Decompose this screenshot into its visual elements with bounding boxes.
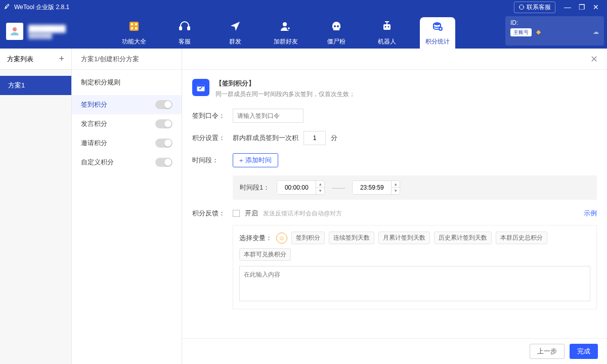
svg-point-16 (433, 22, 441, 25)
nav-label: 积分统计 (425, 37, 450, 46)
nav-service[interactable]: 客服 (167, 17, 202, 49)
sidebar-item-plan1[interactable]: 方案1 (0, 76, 71, 95)
spin-down[interactable]: ▼ (316, 188, 324, 194)
svg-point-9 (283, 22, 287, 26)
nav-points[interactable]: 积分统计 (420, 17, 455, 49)
svg-rect-13 (383, 24, 391, 30)
svg-rect-6 (135, 27, 137, 29)
rule-checkin[interactable]: 签到积分 (72, 95, 182, 114)
add-plan-button[interactable]: + (59, 54, 64, 64)
user-subtitle: ██████ (28, 32, 66, 38)
svg-point-15 (388, 26, 389, 27)
score-input[interactable] (304, 131, 326, 145)
feedback-hint: 发送反馈话术时会自动@对方 (263, 209, 342, 218)
feedback-textarea[interactable] (239, 266, 590, 301)
command-row: 签到口令： (192, 109, 597, 123)
toggle-invite[interactable] (155, 139, 172, 148)
info-desc: 同一群成员在同一时间段内多次签到，仅首次生效； (215, 90, 355, 99)
contact-support-label: 联系客服 (527, 3, 551, 12)
main-content: ✕ 【签到积分】 同一群成员在同一时间段内多次签到，仅首次生效； 签到口令： 积… (182, 49, 607, 364)
period-label: 时间段： (192, 156, 228, 165)
minimize-button[interactable]: — (560, 3, 575, 11)
close-panel-button[interactable]: ✕ (590, 54, 598, 65)
rule-label: 邀请积分 (81, 139, 107, 148)
avatar[interactable] (6, 23, 23, 40)
spin-up[interactable]: ▲ (316, 181, 324, 188)
panel-header: ✕ (182, 49, 607, 70)
var-chip[interactable]: 历史累计签到天数 (434, 232, 492, 244)
close-window-button[interactable]: ✕ (589, 3, 603, 11)
prev-button[interactable]: 上一步 (530, 344, 565, 359)
toggle-speak[interactable] (155, 119, 172, 128)
example-link[interactable]: 示例 (584, 209, 597, 218)
breadcrumb-text: 方案1/创建积分方案 (81, 55, 139, 64)
var-chip[interactable]: 本群可兑换积分 (239, 248, 291, 261)
svg-point-12 (337, 25, 339, 27)
score-row: 积分设置： 群内群成员签到一次积 分 (192, 131, 597, 145)
var-chip[interactable]: 本群历史总积分 (496, 232, 547, 244)
app-icon (4, 3, 11, 12)
svg-rect-2 (129, 22, 139, 31)
var-chip[interactable]: 月累计签到天数 (378, 232, 430, 244)
info-banner: 【签到积分】 同一群成员在同一时间段内多次签到，仅首次生效； (192, 79, 597, 99)
spin-down[interactable]: ▼ (392, 188, 400, 194)
toggle-checkin[interactable] (155, 100, 172, 109)
time-slot-1: 时间段1： ▲▼ —— ▲▼ (233, 175, 597, 200)
rules-panel: 方案1/创建积分方案 制定积分规则 签到积分 发言积分 邀请积分 自定义积分 (72, 49, 182, 364)
contact-support-button[interactable]: 联系客服 (514, 2, 555, 13)
user-name: ████████ (28, 25, 66, 32)
spin-up[interactable]: ▲ (392, 181, 400, 188)
nav-broadcast[interactable]: 群发 (218, 17, 253, 49)
command-input[interactable] (233, 109, 304, 123)
section-title: 制定积分规则 (72, 70, 182, 92)
rule-custom[interactable]: 自定义积分 (72, 153, 182, 172)
rule-label: 签到积分 (81, 100, 107, 109)
nav-features[interactable]: 功能大全 (116, 17, 152, 49)
send-icon (229, 20, 241, 35)
sidebar-header: 方案列表 + (0, 49, 71, 70)
id-card: ID: 主账号 ◆ ☁ (505, 16, 604, 46)
skull-icon (330, 20, 342, 35)
plus-icon: + (239, 157, 243, 164)
nav-label: 僵尸粉 (327, 37, 345, 46)
time-start-spinner[interactable]: ▲▼ (277, 180, 325, 195)
calendar-icon (192, 79, 209, 96)
add-time-label: 添加时间 (245, 156, 272, 165)
add-time-button[interactable]: + 添加时间 (233, 153, 278, 167)
nav-label: 功能大全 (122, 37, 146, 46)
nav-zombie[interactable]: 僵尸粉 (319, 17, 354, 49)
svg-rect-8 (188, 27, 190, 30)
svg-rect-4 (135, 23, 137, 25)
svg-point-14 (385, 26, 386, 27)
time-end-spinner[interactable]: ▲▼ (352, 180, 400, 195)
nav-add-friends[interactable]: 加群好友 (268, 17, 304, 49)
score-text-after: 分 (331, 133, 337, 143)
add-user-icon (280, 20, 292, 35)
account-badge: 主账号 (510, 28, 532, 36)
nav-label: 机器人 (378, 37, 396, 46)
emoji-icon[interactable]: ☺ (276, 233, 287, 244)
score-text-before: 群内群成员签到一次积 (233, 133, 298, 143)
time-end-input[interactable] (353, 181, 391, 194)
headset-icon (179, 20, 191, 35)
feedback-label: 积分反馈： (192, 209, 228, 218)
maximize-button[interactable]: ❐ (575, 3, 589, 11)
var-chip[interactable]: 签到积分 (291, 232, 325, 244)
nav-label: 群发 (229, 37, 241, 46)
info-title: 【签到积分】 (215, 79, 355, 88)
time-start-input[interactable] (277, 181, 316, 194)
done-button[interactable]: 完成 (570, 344, 598, 359)
breadcrumb: 方案1/创建积分方案 (72, 49, 182, 70)
var-chip[interactable]: 连续签到天数 (329, 232, 374, 244)
cloud-icon: ☁ (593, 28, 599, 35)
range-dash: —— (332, 184, 345, 192)
nav-robot[interactable]: 机器人 (369, 17, 405, 49)
toggle-custom[interactable] (155, 158, 172, 167)
rule-detail: 【签到积分】 同一群成员在同一时间段内多次签到，仅首次生效； 签到口令： 积分设… (182, 70, 607, 338)
id-label: ID: (510, 19, 599, 26)
rule-invite[interactable]: 邀请积分 (72, 133, 182, 153)
feedback-checkbox[interactable] (233, 210, 240, 217)
rule-speak[interactable]: 发言积分 (72, 114, 182, 133)
var-label: 选择变量： (239, 234, 272, 243)
diamond-icon: ◆ (536, 28, 541, 35)
